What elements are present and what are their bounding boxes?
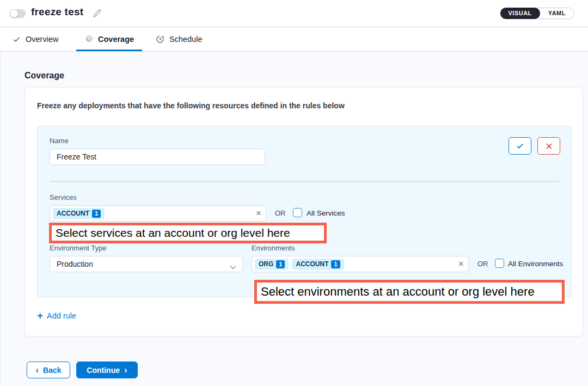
top-bar: freeze test VISUAL YAML (0, 0, 588, 27)
chip-count-badge: 1 (331, 260, 340, 268)
chevron-down-icon (230, 262, 236, 271)
or-label: OR (275, 209, 286, 217)
all-environments-checkbox[interactable] (495, 259, 504, 268)
environment-type-select[interactable]: Production (50, 256, 243, 272)
annotation-environments: Select environments at an account or org… (254, 280, 565, 304)
freeze-studio-window: freeze test VISUAL YAML Overview Coverag… (0, 0, 588, 386)
chip-label: ACCOUNT (296, 260, 328, 268)
tab-label: Schedule (169, 35, 202, 44)
clear-services-icon[interactable]: × (256, 207, 261, 219)
environment-type-label: Environment Type (50, 244, 107, 252)
visual-yaml-switch: VISUAL YAML (500, 8, 575, 19)
coverage-card: Freeze any deployments that have the fol… (24, 87, 583, 336)
divider (50, 181, 559, 182)
tab-bar: Overview Coverage Schedule (0, 27, 588, 52)
schedule-icon (156, 35, 164, 44)
gear-icon (84, 35, 93, 44)
delete-rule-button[interactable] (537, 137, 560, 155)
tab-coverage[interactable]: Coverage (76, 27, 142, 51)
chevron-right-icon: › (124, 366, 127, 374)
name-label: Name (50, 137, 69, 145)
toggle-knob (10, 10, 18, 17)
name-value: Freeze Test (57, 152, 96, 161)
service-scope-chip[interactable]: ACCOUNT 1 (53, 208, 105, 219)
tab-label: Coverage (98, 35, 134, 44)
tab-schedule[interactable]: Schedule (148, 27, 210, 51)
tab-label: Overview (26, 35, 58, 44)
freeze-enabled-toggle[interactable] (10, 9, 26, 18)
visual-toggle-button[interactable]: VISUAL (500, 8, 540, 19)
environment-scope-chip-org[interactable]: ORG 1 (255, 259, 289, 270)
close-icon (545, 142, 553, 150)
all-environments-label: All Environments (508, 260, 563, 268)
all-services-label: All Services (307, 209, 345, 217)
add-rule-label: Add rule (47, 311, 76, 320)
services-label: Services (50, 193, 77, 201)
chip-count-badge: 1 (276, 260, 285, 268)
continue-label: Continue (87, 366, 120, 375)
coverage-page: Coverage Freeze any deployments that hav… (0, 52, 588, 386)
chip-label: ACCOUNT (57, 210, 89, 217)
section-title: Coverage (24, 71, 64, 81)
instruction-text: Freeze any deployments that have the fol… (37, 101, 345, 110)
all-services-checkbox[interactable] (293, 208, 302, 217)
check-icon (13, 35, 21, 44)
edit-title-icon[interactable] (92, 8, 102, 19)
clear-environments-icon[interactable]: × (458, 258, 464, 270)
confirm-rule-button[interactable] (509, 137, 531, 155)
annotation-services: Select services at an account or org lev… (49, 223, 327, 243)
rule-panel: Name Freeze Test Services ACCOUNT (37, 126, 572, 297)
environment-type-value: Production (57, 260, 93, 268)
chevron-left-icon: ‹ (35, 366, 39, 374)
add-rule-button[interactable]: + Add rule (37, 310, 76, 321)
chip-label: ORG (259, 260, 273, 268)
or-label: OR (477, 260, 488, 268)
back-label: Back (43, 366, 61, 375)
plus-icon: + (37, 310, 43, 321)
environments-input[interactable]: ORG 1 ACCOUNT 1 × (252, 256, 469, 272)
yaml-toggle-button[interactable]: YAML (540, 8, 574, 19)
check-icon (515, 142, 525, 150)
name-input[interactable]: Freeze Test (50, 149, 265, 165)
environments-label: Environments (252, 244, 295, 252)
page-title: freeze test (31, 6, 83, 18)
environment-scope-chip-account[interactable]: ACCOUNT 1 (292, 259, 344, 270)
services-input[interactable]: ACCOUNT 1 × (50, 205, 266, 222)
tab-overview[interactable]: Overview (4, 27, 66, 51)
continue-button[interactable]: Continue › (76, 362, 138, 378)
chip-count-badge: 1 (92, 210, 101, 218)
back-button[interactable]: ‹ Back (27, 362, 70, 378)
